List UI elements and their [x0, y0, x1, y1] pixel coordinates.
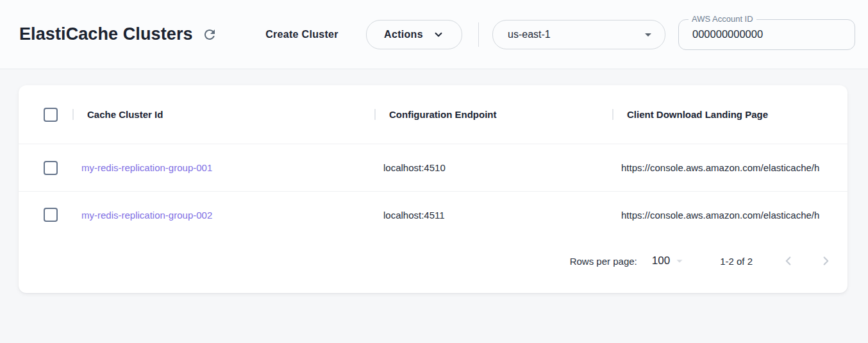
- cell-configuration-endpoint: localhost:4511: [374, 210, 612, 221]
- select-all-checkbox[interactable]: [44, 108, 58, 122]
- chevron-right-icon: [819, 254, 833, 268]
- page-title: ElastiCache Clusters: [19, 24, 193, 44]
- caret-down-icon: [640, 27, 656, 42]
- header-checkbox-cell: [19, 108, 72, 122]
- chevron-down-icon: [433, 29, 444, 40]
- app-header: ElastiCache Clusters Create Cluster Acti…: [0, 0, 868, 69]
- rows-per-page-select[interactable]: 100: [652, 254, 687, 268]
- column-header-configuration-endpoint[interactable]: Configuration Endpoint: [374, 109, 612, 120]
- actions-button[interactable]: Actions: [366, 20, 462, 49]
- row-checkbox-cell: [19, 208, 72, 222]
- row-checkbox[interactable]: [44, 208, 58, 222]
- cell-client-download-landing-page: https://console.aws.amazon.com/elasticac…: [612, 210, 847, 221]
- table-header-row: Cache Cluster Id Configuration Endpoint …: [19, 85, 847, 144]
- cluster-link[interactable]: my-redis-replication-group-001: [81, 162, 212, 173]
- next-page-button[interactable]: [813, 248, 839, 274]
- table-pagination: Rows per page: 100 1-2 of 2: [19, 238, 847, 284]
- cell-client-download-landing-page: https://console.aws.amazon.com/elasticac…: [612, 162, 847, 173]
- cluster-link[interactable]: my-redis-replication-group-002: [81, 210, 212, 221]
- refresh-icon: [202, 27, 217, 42]
- create-cluster-button[interactable]: Create Cluster: [260, 29, 344, 40]
- header-divider: [478, 22, 479, 47]
- column-header-cache-cluster-id[interactable]: Cache Cluster Id: [72, 109, 374, 120]
- table-row: my-redis-replication-group-002 localhost…: [19, 191, 847, 238]
- rows-per-page-value: 100: [652, 255, 670, 267]
- caret-down-icon: [672, 254, 687, 268]
- cell-configuration-endpoint: localhost:4510: [374, 162, 612, 173]
- main-content: Cache Cluster Id Configuration Endpoint …: [0, 85, 868, 293]
- row-checkbox[interactable]: [44, 161, 58, 175]
- region-select[interactable]: us-east-1: [492, 20, 665, 49]
- aws-account-id-label: AWS Account ID: [689, 14, 756, 24]
- pagination-range-label: 1-2 of 2: [720, 256, 753, 267]
- clusters-table-card: Cache Cluster Id Configuration Endpoint …: [19, 85, 847, 293]
- rows-per-page-label: Rows per page:: [570, 256, 637, 267]
- table-row: my-redis-replication-group-001 localhost…: [19, 144, 847, 191]
- refresh-button[interactable]: [199, 24, 220, 45]
- region-select-value: us-east-1: [508, 29, 640, 40]
- row-checkbox-cell: [19, 161, 72, 175]
- aws-account-id-field: AWS Account ID: [678, 19, 855, 50]
- cell-cache-cluster-id: my-redis-replication-group-002: [72, 210, 374, 221]
- previous-page-button[interactable]: [776, 248, 801, 274]
- column-header-client-download-landing-page[interactable]: Client Download Landing Page: [612, 109, 847, 120]
- chevron-left-icon: [781, 254, 796, 268]
- actions-button-label: Actions: [384, 29, 423, 40]
- aws-account-id-input[interactable]: [679, 20, 855, 49]
- cell-cache-cluster-id: my-redis-replication-group-001: [72, 162, 374, 173]
